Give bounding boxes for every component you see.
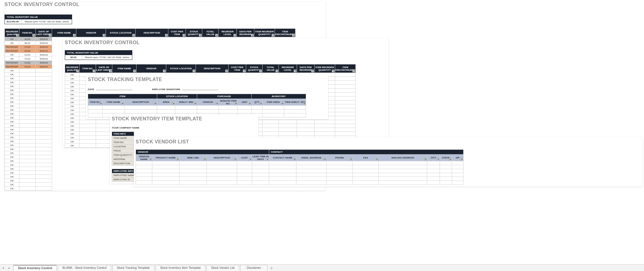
cell[interactable]: [237, 169, 252, 173]
cell[interactable]: OK: [5, 171, 19, 175]
cell[interactable]: OK: [5, 73, 19, 77]
cell[interactable]: [263, 109, 284, 113]
cell[interactable]: [252, 169, 269, 173]
cell[interactable]: [36, 132, 52, 136]
filter-dropdown-icon[interactable]: [103, 34, 105, 37]
cell[interactable]: [207, 165, 237, 169]
cell[interactable]: [180, 165, 207, 169]
info-row[interactable]: ITEM NAME: [112, 136, 134, 140]
cell[interactable]: 5/20/16: [36, 49, 52, 53]
cell[interactable]: OK: [5, 88, 19, 92]
tab-nav-next-icon[interactable]: ▸: [7, 266, 11, 270]
cell[interactable]: [284, 109, 306, 113]
cell[interactable]: [452, 161, 464, 165]
column-header[interactable]: ITEM SHELF / BIN: [284, 99, 306, 106]
column-header[interactable]: ITEM NO.: [80, 64, 96, 73]
cell[interactable]: [452, 173, 464, 177]
filter-dropdown-icon[interactable]: [272, 34, 274, 37]
cell[interactable]: OK: [65, 112, 80, 116]
column-header[interactable]: REORDER LEVEL: [219, 29, 237, 37]
cell[interactable]: OK: [65, 73, 80, 77]
cell[interactable]: H123: [19, 65, 36, 69]
cell[interactable]: OK: [5, 187, 19, 191]
filter-dropdown-icon[interactable]: [251, 34, 254, 37]
cell[interactable]: [136, 169, 152, 173]
column-header[interactable]: VENDOR: [137, 64, 166, 73]
sheet-tab[interactable]: BLANK - Stock Inventory Control: [58, 265, 111, 271]
cell[interactable]: [36, 187, 52, 191]
cell[interactable]: [237, 177, 252, 181]
cell[interactable]: [36, 112, 52, 116]
cell[interactable]: [440, 173, 452, 177]
cell[interactable]: [296, 161, 327, 165]
table-row[interactable]: [88, 109, 306, 113]
cell[interactable]: [315, 128, 335, 132]
cell[interactable]: [297, 120, 315, 124]
info-row[interactable]: EMPLOYEE ID: [112, 178, 136, 182]
cell[interactable]: [279, 132, 297, 136]
filter-dropdown-icon[interactable]: [332, 70, 335, 72]
column-header[interactable]: DESCRIPTION: [196, 64, 229, 73]
cell[interactable]: OK: [65, 108, 80, 112]
cell[interactable]: [353, 161, 379, 165]
cell[interactable]: [237, 161, 252, 165]
cell[interactable]: [36, 100, 52, 104]
column-header[interactable]: DESCRIPTION: [207, 155, 237, 161]
cell[interactable]: OK: [5, 116, 19, 120]
column-header[interactable]: ITEM DISCONTINUED?: [335, 64, 356, 73]
cell[interactable]: OK: [65, 132, 80, 136]
column-header[interactable]: STOCK LOCATION: [166, 64, 196, 73]
filter-dropdown-icon[interactable]: [259, 102, 262, 105]
cell[interactable]: OK: [5, 112, 19, 116]
cell[interactable]: [19, 187, 36, 191]
cell[interactable]: [36, 73, 52, 77]
cell[interactable]: [80, 144, 96, 148]
cell[interactable]: OK: [5, 80, 19, 84]
cell[interactable]: [36, 80, 52, 84]
filter-dropdown-icon[interactable]: [165, 34, 168, 37]
filter-dropdown-icon[interactable]: [16, 34, 19, 37]
info-row[interactable]: DESCRIPTION: [112, 162, 134, 166]
filter-dropdown-icon[interactable]: [259, 70, 262, 72]
cell[interactable]: [379, 165, 427, 169]
cell[interactable]: OK: [65, 85, 80, 89]
cell[interactable]: [427, 161, 440, 165]
cell[interactable]: [19, 116, 36, 120]
filter-dropdown-icon[interactable]: [121, 102, 124, 105]
cell[interactable]: OK: [65, 104, 80, 108]
cell[interactable]: [197, 106, 219, 109]
cell[interactable]: [19, 108, 36, 112]
cell[interactable]: OK: [65, 100, 80, 104]
cell[interactable]: [315, 120, 335, 124]
cell[interactable]: [19, 139, 36, 143]
filter-dropdown-icon[interactable]: [303, 102, 305, 105]
cell[interactable]: [19, 112, 36, 116]
cell[interactable]: [19, 175, 36, 179]
cell[interactable]: [315, 132, 335, 136]
filter-dropdown-icon[interactable]: [215, 34, 218, 37]
cell[interactable]: [335, 85, 356, 89]
cell[interactable]: [263, 106, 284, 109]
cell[interactable]: [335, 93, 356, 96]
filter-dropdown-icon[interactable]: [323, 158, 326, 161]
cell[interactable]: [36, 179, 52, 183]
cell[interactable]: [19, 167, 36, 171]
cell[interactable]: OK: [5, 41, 19, 45]
cell[interactable]: OK: [5, 147, 19, 151]
cell[interactable]: [219, 109, 238, 113]
cell[interactable]: [157, 109, 175, 113]
cell[interactable]: [36, 171, 52, 175]
cell[interactable]: [36, 147, 52, 151]
cell[interactable]: [136, 181, 152, 185]
cell[interactable]: [36, 104, 52, 108]
cell[interactable]: [335, 96, 356, 100]
cell[interactable]: [263, 120, 279, 124]
cell[interactable]: 5/20/16: [36, 57, 52, 61]
cell[interactable]: [180, 177, 207, 181]
cell[interactable]: [263, 132, 279, 136]
info-row[interactable]: PRICE: [112, 149, 134, 153]
cell[interactable]: [269, 165, 296, 169]
cell[interactable]: [36, 139, 52, 143]
cell[interactable]: [327, 161, 353, 165]
cell[interactable]: [152, 165, 180, 169]
